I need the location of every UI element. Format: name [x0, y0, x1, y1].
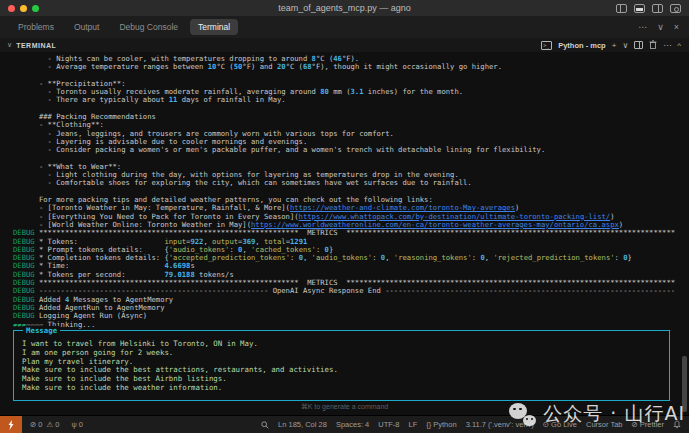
terminal-line: - Layering is advisable due to cooler mo…: [13, 137, 689, 145]
tab-terminal[interactable]: Terminal: [190, 19, 238, 35]
watermark: 公众号 · 山行AI: [509, 401, 685, 427]
layout-controls: [616, 4, 681, 13]
terminal-line: - Nights can be cooler, with temperature…: [13, 54, 689, 62]
cursor-position[interactable]: Ln 185, Col 28: [278, 420, 327, 429]
tab-debug-console[interactable]: Debug Console: [111, 19, 186, 35]
terminal-dropdown-icon[interactable]: ∨: [622, 41, 628, 50]
terminal-line: - [Toronto Weather in May: Temperature, …: [13, 203, 689, 211]
toggle-panel-icon[interactable]: [634, 4, 645, 13]
customize-layout-icon[interactable]: [670, 4, 681, 13]
indentation[interactable]: Spaces: 4: [336, 420, 369, 429]
titlebar: team_of_agents_mcp.py — agno: [0, 0, 689, 16]
eol-sequence[interactable]: LF: [408, 420, 417, 429]
terminal-more-icon[interactable]: ⋯: [663, 41, 671, 50]
tab-problems[interactable]: Problems: [10, 19, 62, 35]
warnings-status[interactable]: ⚠ 0: [46, 420, 59, 429]
language-mode[interactable]: {} Python: [426, 420, 456, 429]
terminal-line: DEBUG * Tokens per second: 79.0188 token…: [13, 270, 689, 278]
magnifier-icon: [261, 421, 269, 429]
toggle-secondary-sidebar-icon[interactable]: [652, 4, 663, 13]
terminal-icon: >_: [541, 41, 552, 50]
chevron-down-icon[interactable]: ∨: [7, 41, 12, 49]
terminal-line: [13, 71, 689, 79]
terminal-line: - **Precipitation**:: [13, 79, 689, 87]
terminal-line: DEBUG * Prompt tokens details: {'audio_t…: [13, 245, 689, 253]
maximize-panel-icon[interactable]: ^: [677, 41, 681, 50]
terminal-panel-title: TERMINAL: [16, 42, 56, 49]
terminal-line: - Consider packing a women's or men's pa…: [13, 145, 689, 153]
terminal-line: DEBUG **********************************…: [13, 228, 689, 236]
tab-output[interactable]: Output: [66, 19, 108, 35]
lightning-icon: [7, 420, 15, 430]
braces-icon: {}: [426, 420, 431, 429]
terminal-line: DEBUG Logging Agent Run (Async): [13, 311, 689, 319]
more-actions-icon[interactable]: ⋯: [638, 22, 647, 32]
terminal-line: [13, 187, 689, 195]
terminal-line: ### Packing Recommendations: [13, 112, 689, 120]
terminal-line: [13, 154, 689, 162]
terminal-line: - [World Weather Online: Toronto Weather…: [13, 220, 689, 228]
window-title: team_of_agents_mcp.py — agno: [0, 3, 689, 13]
panel-tabbar: ProblemsOutputDebug ConsoleTerminal ⋯ ∨ …: [0, 16, 689, 38]
terminal-line: - Average temperature ranges between 10°…: [13, 62, 689, 70]
panel-tabs: ProblemsOutputDebug ConsoleTerminal: [0, 19, 238, 35]
message-box-label: Message: [23, 326, 60, 335]
kill-terminal-icon[interactable]: [649, 40, 657, 51]
terminal-line: - **What to Wear**:: [13, 162, 689, 170]
terminal-viewport[interactable]: - Nights can be cooler, with temperature…: [0, 52, 689, 415]
radio-tower-icon: ψ: [71, 420, 76, 429]
terminal-line: - Comfortable shoes for exploring the ci…: [13, 178, 689, 186]
terminal-line: DEBUG * Completion tokens details: {'acc…: [13, 253, 689, 261]
ports-status[interactable]: ψ 0: [71, 420, 83, 429]
terminal-line: DEBUG Added 4 Messages to AgentMemory: [13, 295, 689, 303]
terminal-header: ∨ TERMINAL >_ Python - mcp + ∨ ⋯ ^: [0, 38, 689, 52]
terminal-line: [13, 104, 689, 112]
toggle-sidebar-icon[interactable]: [616, 4, 627, 13]
vscode-window: team_of_agents_mcp.py — agno ProblemsOut…: [0, 0, 689, 433]
terminal-profile-label[interactable]: Python - mcp: [558, 41, 606, 50]
terminal-line: ▰▰▰▱▱▱▱ Thinking...: [13, 320, 689, 328]
terminal-output: - Nights can be cooler, with temperature…: [13, 54, 689, 328]
close-panel-icon[interactable]: ×: [674, 22, 679, 32]
terminal-line: - Light clothing during the day, with op…: [13, 170, 689, 178]
message-box: Message I want to travel from Helsinki t…: [13, 330, 670, 401]
new-terminal-icon[interactable]: +: [612, 41, 617, 50]
errors-status[interactable]: ⊘ 0: [30, 420, 42, 429]
terminal-line: DEBUG ----------------------------------…: [13, 286, 689, 294]
terminal-line: - **Clothing**:: [13, 120, 689, 128]
terminal-line: - [Everything You Need to Pack for Toron…: [13, 212, 689, 220]
terminal-line: DEBUG * Tokens: input=922, output=369, t…: [13, 237, 689, 245]
error-icon: ⊘: [30, 420, 36, 429]
watermark-text: 公众号 · 山行AI: [543, 401, 685, 427]
panel-actions: ⋯ ∨ ×: [638, 22, 689, 32]
terminal-line: - Toronto usually receives moderate rain…: [13, 87, 689, 95]
message-lines: I want to travel from Helsinki to Toront…: [14, 331, 669, 393]
terminal-line: DEBUG * Time: 4.6698s: [13, 261, 689, 269]
encoding[interactable]: UTF-8: [378, 420, 399, 429]
screencast-button[interactable]: [261, 421, 269, 429]
panel-chevron-icon[interactable]: ∨: [657, 22, 664, 32]
terminal-line: - Jeans, leggings, and trousers are comm…: [13, 129, 689, 137]
terminal-line: - There are typically about 11 days of r…: [13, 95, 689, 103]
terminal-line: DEBUG Added AgentRun to AgentMemory: [13, 303, 689, 311]
trash-icon: [649, 40, 657, 49]
terminal-line: DEBUG **********************************…: [13, 278, 689, 286]
wechat-icon: [509, 403, 536, 426]
split-terminal-icon[interactable]: [634, 41, 643, 49]
warning-icon: ⚠: [46, 420, 53, 429]
terminal-line: For more packing tips and detailed weath…: [13, 195, 689, 203]
message-line: Make sure to include the weather informa…: [22, 384, 669, 393]
remote-indicator[interactable]: [0, 416, 22, 433]
